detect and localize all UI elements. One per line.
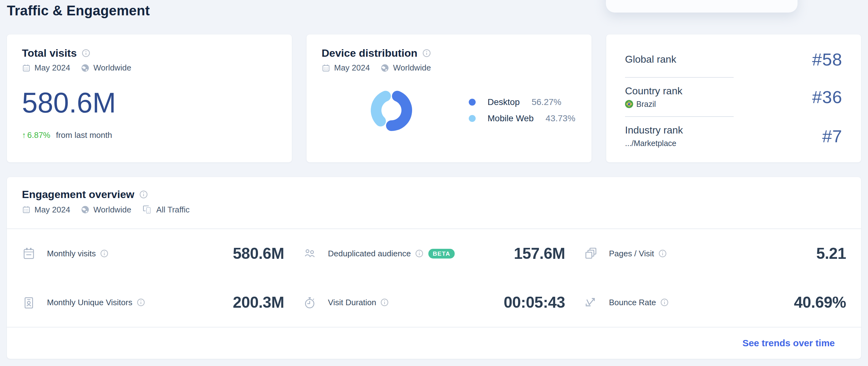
legend-value: 56.27% [532,97,561,107]
engagement-overview-title: Engagement overview [22,188,134,201]
metric-label: Pages / Visit [609,249,654,258]
metric-label: Visit Duration [328,298,376,307]
info-icon[interactable] [423,49,431,57]
see-trends-link[interactable]: See trends over time [742,338,835,348]
device-distribution-card: Device distribution [307,34,591,162]
total-visits-value: 580.6M [22,87,277,118]
global-rank-value: #58 [812,49,842,69]
bounce-arrow-icon [584,295,598,309]
engagement-footer: See trends over time [7,327,861,359]
engagement-region: Worldwide [93,205,131,215]
legend-row-mobile: Mobile Web 43.73% [469,113,575,123]
metric-value: 157.6M [514,245,565,262]
top-cards-row: Total visits May [7,34,861,162]
device-distribution-title: Device distribution [321,47,417,59]
traffic-engagement-section: Traffic & Engagement Total visits [0,0,868,359]
ranks-card: Global rank #58 Country rank [606,34,861,162]
engagement-traffic-type: All Traffic [156,205,189,215]
change-indicator: ↑6.87% [22,130,51,140]
change-percent: 6.87% [27,130,51,140]
page-title: Traffic & Engagement [7,2,861,20]
country-rank-label: Country rank [625,85,682,97]
info-icon[interactable] [658,249,666,258]
legend-value: 43.73% [546,113,575,123]
donut-mobile-segment [376,96,385,121]
legend-label: Mobile Web [488,113,534,123]
metric-visit-duration: Visit Duration 00:05:43 [303,278,565,327]
people-icon [303,247,317,260]
metric-monthly-visits: Monthly visits 580.6M [22,229,284,278]
total-visits-title: Total visits [22,47,77,59]
pages-icon [584,247,598,260]
globe-icon [81,64,90,73]
industry-rank-sublabel: .../Marketplace [625,139,676,148]
info-icon[interactable] [82,49,90,57]
global-rank-label: Global rank [625,54,676,65]
device-distribution-period: May 2024 [334,63,370,73]
globe-icon [81,205,90,214]
industry-rank-value: #7 [822,126,842,146]
country-rank-sublabel: Brazil [636,100,656,109]
metric-value: 5.21 [816,245,846,262]
calendar-icon [22,64,31,73]
metric-monthly-unique-visitors: Monthly Unique Visitors 200.3M [22,278,284,327]
metric-value: 40.69% [794,293,846,311]
calendar-icon [22,205,31,214]
engagement-metrics-grid: Monthly visits 580.6M De [7,229,861,327]
metric-value: 200.3M [233,293,284,311]
device-distribution-region: Worldwide [393,63,431,73]
device-combo-icon [142,204,153,215]
info-icon[interactable] [137,298,145,307]
metric-deduplicated-audience: Deduplicated audience BETA 157.6M [303,229,565,278]
globe-icon [380,64,389,73]
legend-label: Desktop [488,97,520,107]
total-visits-card: Total visits May [7,34,292,162]
desktop-dot-icon [469,99,476,106]
metric-label: Monthly Unique Visitors [47,298,132,307]
calendar-lines-icon [22,247,36,260]
metric-pages-per-visit: Pages / Visit 5.21 [584,229,846,278]
total-visits-period: May 2024 [34,63,70,73]
device-legend: Desktop 56.27% Mobile Web 43.73% [469,97,575,123]
metric-value: 580.6M [233,245,284,262]
info-icon[interactable] [415,249,423,258]
change-note: from last month [56,130,112,140]
country-rank-row: Country rank Brazil [625,78,842,116]
stopwatch-icon [303,295,317,309]
device-donut-chart [366,85,416,135]
global-rank-row: Global rank #58 [625,42,842,77]
up-arrow-icon: ↑ [22,130,26,140]
metric-label: Deduplicated audience [328,249,411,258]
info-icon[interactable] [100,249,108,258]
mobile-dot-icon [469,115,476,122]
industry-rank-label: Industry rank [625,124,683,136]
engagement-period: May 2024 [34,205,70,215]
total-visits-region: Worldwide [93,63,131,73]
person-badge-icon [22,295,36,309]
country-rank-value: #36 [812,87,842,107]
metric-value: 00:05:43 [504,293,565,311]
brazil-flag-icon [625,100,633,108]
engagement-overview-card: Engagement overview [7,177,861,359]
donut-desktop-segment [392,96,407,126]
metric-label: Monthly visits [47,249,96,258]
calendar-icon [321,64,330,73]
info-icon[interactable] [140,190,148,199]
info-icon[interactable] [380,298,389,307]
industry-rank-row: Industry rank .../Marketplace #7 [625,117,842,156]
metric-label: Bounce Rate [609,298,656,307]
beta-badge: BETA [428,249,455,258]
info-icon[interactable] [660,298,669,307]
legend-row-desktop: Desktop 56.27% [469,97,575,107]
metric-bounce-rate: Bounce Rate 40.69% [584,278,846,327]
